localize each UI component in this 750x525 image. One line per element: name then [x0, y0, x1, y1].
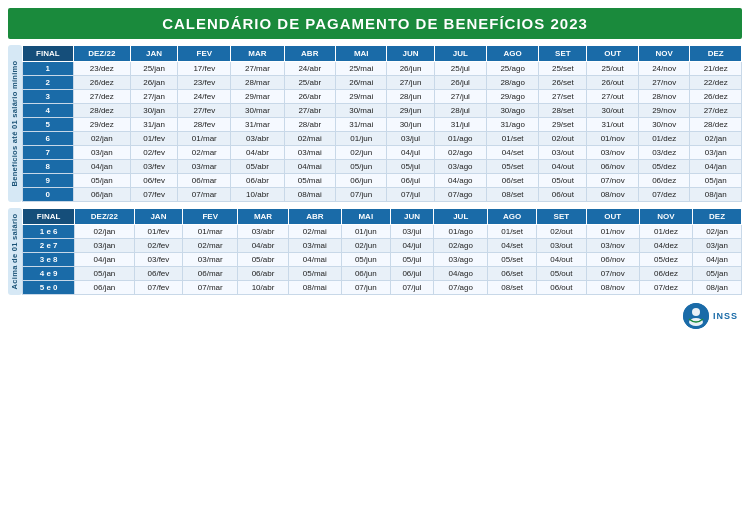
- table1-cell-5-13: 02/jan: [690, 132, 742, 146]
- table2-cell-1-8: 02/ago: [434, 239, 488, 253]
- table1-cell-7-2: 03/fev: [130, 160, 177, 174]
- svg-point-1: [692, 308, 700, 316]
- table2-cell-3-9: 06/set: [488, 267, 537, 281]
- table1-cell-3-1: 28/dez: [73, 104, 130, 118]
- table2-cell-3-2: 06/fev: [134, 267, 183, 281]
- table2-cell-4-3: 07/mar: [183, 281, 238, 295]
- table1-cell-2-4: 29/mar: [231, 90, 284, 104]
- table1-cell-8-5: 05/mai: [284, 174, 335, 188]
- table1-cell-5-0: 6: [23, 132, 74, 146]
- table1-cell-2-5: 26/abr: [284, 90, 335, 104]
- table1-cell-0-6: 25/mai: [335, 62, 386, 76]
- table1-cell-8-7: 06/jul: [387, 174, 434, 188]
- footer: INSS: [8, 303, 742, 329]
- table1-cell-9-9: 08/set: [487, 188, 539, 202]
- table2-cell-4-5: 08/mai: [288, 281, 341, 295]
- table1-cell-1-5: 25/abr: [284, 76, 335, 90]
- table2-cell-0-13: 02/jan: [693, 225, 742, 239]
- table1-header-cell-10: SET: [539, 46, 587, 62]
- table1-cell-0-3: 17/fev: [178, 62, 231, 76]
- table1-cell-8-1: 05/jan: [73, 174, 130, 188]
- table1-cell-9-1: 06/jan: [73, 188, 130, 202]
- table1-cell-1-7: 27/jun: [387, 76, 434, 90]
- table1-cell-5-1: 02/jan: [73, 132, 130, 146]
- table2-cell-2-3: 03/mar: [183, 253, 238, 267]
- table1-cell-2-1: 27/dez: [73, 90, 130, 104]
- table2-cell-4-13: 08/jan: [693, 281, 742, 295]
- table1-body: 123/dez25/jan17/fev27/mar24/abr25/mai26/…: [23, 62, 742, 202]
- table1-cell-0-13: 21/dez: [690, 62, 742, 76]
- table2-cell-2-6: 05/jun: [341, 253, 390, 267]
- table1-cell-5-10: 02/out: [539, 132, 587, 146]
- table2-cell-2-11: 06/nov: [586, 253, 639, 267]
- table2-cell-0-5: 02/mai: [288, 225, 341, 239]
- table2-cell-2-9: 05/set: [488, 253, 537, 267]
- table1-cell-4-6: 31/mai: [335, 118, 386, 132]
- table1-cell-6-4: 04/abr: [231, 146, 284, 160]
- table1-row-9: 006/jan07/fev07/mar10/abr08/mai07/jun07/…: [23, 188, 742, 202]
- table2-row-2: 3 e 804/jan03/fev03/mar05/abr04/mai05/ju…: [23, 253, 742, 267]
- table2-cell-0-6: 01/jun: [341, 225, 390, 239]
- table1-cell-2-8: 27/jul: [434, 90, 486, 104]
- table2-cell-4-8: 07/ago: [434, 281, 488, 295]
- table1-cell-9-3: 07/mar: [178, 188, 231, 202]
- table1-header-cell-1: DEZ/22: [73, 46, 130, 62]
- table1-cell-9-8: 07/ago: [434, 188, 486, 202]
- table1-cell-7-12: 05/dez: [638, 160, 689, 174]
- table2-cell-4-11: 08/nov: [586, 281, 639, 295]
- table2-cell-3-1: 05/jan: [75, 267, 134, 281]
- table1-cell-8-11: 07/nov: [587, 174, 638, 188]
- table1-cell-3-13: 27/dez: [690, 104, 742, 118]
- table2-row-4: 5 e 006/jan07/fev07/mar10/abr08/mai07/ju…: [23, 281, 742, 295]
- table2-cell-1-12: 04/dez: [639, 239, 692, 253]
- table1-row-2: 327/dez27/jan24/fev29/mar26/abr29/mai28/…: [23, 90, 742, 104]
- table1-cell-2-7: 28/jun: [387, 90, 434, 104]
- table1-cell-0-12: 24/nov: [638, 62, 689, 76]
- table1-cell-6-9: 04/set: [487, 146, 539, 160]
- table1-cell-4-9: 31/ago: [487, 118, 539, 132]
- table1-cell-4-7: 30/jun: [387, 118, 434, 132]
- table1-header-cell-2: JAN: [130, 46, 177, 62]
- table1-cell-5-9: 01/set: [487, 132, 539, 146]
- table1-cell-3-8: 28/jul: [434, 104, 486, 118]
- table2-section: Acima de 01 salário FINALDEZ/22JANFEVMAR…: [8, 208, 742, 295]
- table1-cell-0-4: 27/mar: [231, 62, 284, 76]
- table1-cell-7-11: 06/nov: [587, 160, 638, 174]
- table2: FINALDEZ/22JANFEVMARABRMAIJUNJULAGOSETOU…: [22, 208, 742, 295]
- table1-cell-7-8: 03/ago: [434, 160, 486, 174]
- table2-cell-2-12: 05/dez: [639, 253, 692, 267]
- table2-cell-4-0: 5 e 0: [23, 281, 75, 295]
- table1-cell-5-6: 01/jun: [335, 132, 386, 146]
- table1-cell-1-11: 26/out: [587, 76, 638, 90]
- table1-cell-1-8: 26/jul: [434, 76, 486, 90]
- table1-cell-7-6: 05/jun: [335, 160, 386, 174]
- table1-cell-6-2: 02/fev: [130, 146, 177, 160]
- table2-cell-4-1: 06/jan: [75, 281, 134, 295]
- table1-header-cell-4: MAR: [231, 46, 284, 62]
- table2-cell-1-7: 04/jul: [390, 239, 434, 253]
- table1-cell-4-2: 31/jan: [130, 118, 177, 132]
- table2-side-label: Acima de 01 salário: [8, 208, 22, 295]
- table1-cell-6-12: 03/dez: [638, 146, 689, 160]
- table1-cell-6-10: 03/out: [539, 146, 587, 160]
- table2-header-cell-6: MAI: [341, 209, 390, 225]
- table2-header: FINALDEZ/22JANFEVMARABRMAIJUNJULAGOSETOU…: [23, 209, 742, 225]
- table1-cell-1-13: 22/dez: [690, 76, 742, 90]
- table2-cell-3-6: 06/jun: [341, 267, 390, 281]
- table1-cell-6-11: 03/nov: [587, 146, 638, 160]
- table2-cell-3-8: 04/ago: [434, 267, 488, 281]
- table1-cell-9-6: 07/jun: [335, 188, 386, 202]
- table2-cell-4-12: 07/dez: [639, 281, 692, 295]
- table1-cell-3-7: 29/jun: [387, 104, 434, 118]
- table1-cell-1-9: 28/ago: [487, 76, 539, 90]
- table2-cell-3-7: 06/jul: [390, 267, 434, 281]
- table1-cell-1-10: 26/set: [539, 76, 587, 90]
- page-title: CALENDÁRIO DE PAGAMENTO DE BENEFÍCIOS 20…: [8, 8, 742, 39]
- table1-cell-0-11: 25/out: [587, 62, 638, 76]
- table2-body: 1 e 602/jan01/fev01/mar03/abr02/mai01/ju…: [23, 225, 742, 295]
- table2-cell-0-11: 01/nov: [586, 225, 639, 239]
- table1-cell-2-2: 27/jan: [130, 90, 177, 104]
- table2-cell-1-6: 02/jun: [341, 239, 390, 253]
- table2-cell-1-9: 04/set: [488, 239, 537, 253]
- table2-cell-3-5: 05/mai: [288, 267, 341, 281]
